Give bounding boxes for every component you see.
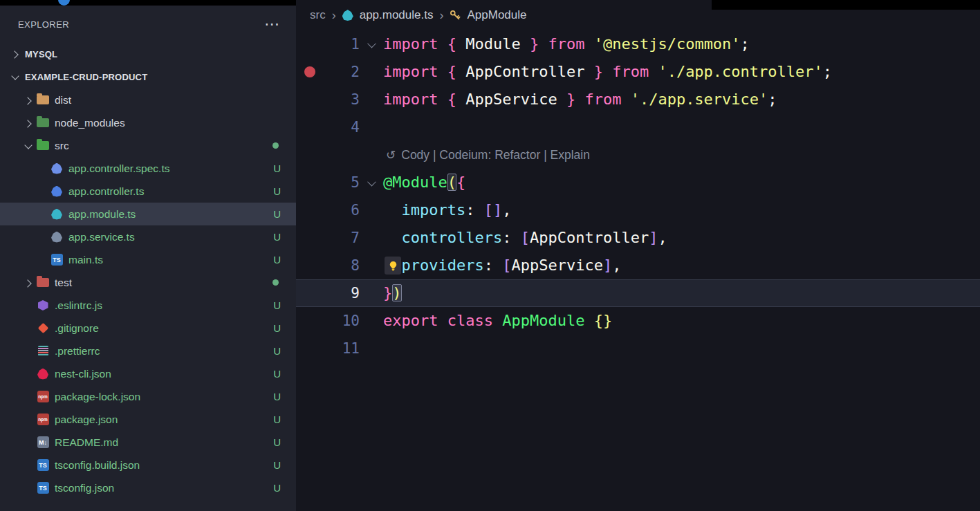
tree-item[interactable]: M↓README.mdU [0, 431, 296, 454]
git-status-badge: U [273, 391, 281, 402]
tree-item[interactable]: node_modules [0, 111, 296, 134]
titlebar-logo-fragment [58, 0, 70, 6]
tsconfig-icon: TS [37, 482, 49, 494]
breadcrumb-file[interactable]: app.module.ts [360, 8, 434, 22]
tree-item[interactable]: app.service.tsU [0, 225, 296, 248]
nest-module-icon [342, 10, 353, 21]
eslint-icon [38, 300, 48, 310]
tree-item[interactable]: .eslintrc.jsU [0, 294, 296, 317]
markdown-icon: M↓ [37, 436, 49, 448]
tree-item-label: .eslintrc.js [55, 299, 102, 312]
chevron-right-icon [23, 118, 33, 128]
folder-node-modules-icon [37, 118, 49, 127]
codelens-text[interactable]: Cody | Codeium: Refactor | Explain [401, 148, 590, 162]
tree-item[interactable]: src [0, 134, 296, 157]
line-number: 11 [324, 340, 360, 357]
tree-item[interactable]: TStsconfig.jsonU [0, 476, 296, 499]
tsconfig-icon: TS [37, 459, 49, 471]
code-text: controllers: [AppController], [383, 224, 980, 252]
prettier-icon [38, 346, 48, 356]
codelens[interactable]: ↺Cody | Codeium: Refactor | Explain [296, 141, 980, 169]
lightbulb-icon[interactable] [385, 257, 401, 275]
tree-item[interactable]: app.controller.spec.tsU [0, 157, 296, 180]
line-number: 7 [324, 230, 360, 246]
nest-controller-icon [51, 186, 62, 197]
tree-item-label: nest-cli.json [55, 368, 111, 380]
npm-icon: npm [37, 391, 49, 402]
git-icon [37, 323, 48, 334]
tree-item-label: app.service.ts [68, 231, 135, 243]
breadcrumb-folder[interactable]: src [310, 8, 326, 22]
nest-module-icon [342, 10, 353, 21]
symbol-module-icon [450, 10, 461, 21]
tree-item-label: .prettierrc [55, 345, 100, 357]
code-text: import { AppController } from './app.con… [383, 58, 980, 86]
code-line[interactable]: 9}) [296, 279, 980, 307]
tree-item-label: app.controller.ts [68, 185, 144, 198]
chevron-right-icon [10, 49, 21, 60]
tree-item[interactable]: TStsconfig.build.jsonU [0, 454, 296, 476]
breadcrumb-symbol[interactable]: AppModule [467, 8, 526, 22]
code-line[interactable]: 10export class AppModule {} [296, 307, 980, 335]
section-example-crud-product[interactable]: EXAMPLE-CRUD-PRODUCT [0, 66, 296, 89]
code-line[interactable]: 2import { AppController } from './app.co… [296, 58, 980, 86]
fold-gutter[interactable] [360, 41, 383, 48]
git-status-badge: U [273, 254, 281, 266]
tree-item[interactable]: npmpackage.jsonU [0, 408, 296, 431]
code-text: providers: [AppService], [383, 252, 980, 279]
tree-item[interactable]: .gitignoreU [0, 317, 296, 340]
tree-item[interactable]: TSmain.tsU [0, 248, 296, 271]
tree-item[interactable]: npmpackage-lock.jsonU [0, 385, 296, 408]
tree-item[interactable]: nest-cli.jsonU [0, 362, 296, 385]
tree-item-label: README.md [55, 436, 118, 449]
tree-item[interactable]: app.module.tsU [0, 203, 296, 225]
breadcrumb-separator-icon: › [439, 8, 443, 23]
tree-item[interactable]: app.controller.tsU [0, 180, 296, 203]
git-status-badge: U [273, 299, 281, 311]
code-line[interactable]: 3import { AppService } from './app.servi… [296, 86, 980, 113]
tree-item[interactable]: test [0, 271, 296, 294]
tree-item-label: tsconfig.json [55, 482, 114, 494]
more-actions-icon[interactable]: ⋯ [264, 21, 281, 28]
code-line[interactable]: 6 imports: [], [296, 196, 980, 224]
code-line[interactable]: 8 providers: [AppService], [296, 252, 980, 279]
tree-item[interactable]: dist [0, 89, 296, 111]
typescript-icon: TS [51, 254, 63, 266]
code-text: imports: [], [383, 196, 980, 224]
fold-chevron-icon[interactable] [367, 177, 376, 186]
fold-gutter[interactable] [360, 180, 383, 186]
breakpoint-gutter[interactable] [296, 66, 324, 77]
git-status-badge: U [273, 436, 281, 448]
code-text: }) [383, 279, 980, 307]
fold-chevron-icon[interactable] [367, 39, 376, 48]
line-number: 10 [324, 313, 360, 329]
code-text: import { Module } from '@nestjs/common'; [383, 30, 980, 58]
git-status-badge: U [273, 482, 281, 494]
code-line[interactable]: 1import { Module } from '@nestjs/common'… [296, 30, 980, 58]
code-line[interactable]: 5@Module({ [296, 169, 980, 196]
line-number: 6 [324, 202, 360, 219]
codelens-refresh-icon[interactable]: ↺ [386, 148, 396, 162]
section-label: MYSQL [25, 49, 57, 59]
line-number: 5 [324, 174, 360, 191]
tree-item-label: package-lock.json [55, 391, 140, 403]
git-status-badge: U [273, 368, 281, 380]
tree-item[interactable]: .prettierrcU [0, 340, 296, 362]
git-status-badge: U [273, 162, 281, 174]
section-mysql[interactable]: MYSQL [0, 43, 296, 66]
folder-src-icon [37, 141, 49, 150]
folder-dist-icon [37, 95, 49, 104]
nest-spec-icon [51, 163, 62, 174]
file-tree: distnode_modulessrcapp.controller.spec.t… [0, 89, 296, 499]
npm-icon: npm [37, 414, 49, 425]
code-line[interactable]: 11 [296, 335, 980, 362]
git-status-badge: U [273, 345, 281, 357]
line-number: 2 [324, 64, 360, 80]
git-status-badge: U [273, 208, 281, 220]
code-line[interactable]: 7 controllers: [AppController], [296, 224, 980, 252]
code-line[interactable]: 4 [296, 113, 980, 141]
breadcrumb-separator-icon: › [332, 8, 336, 23]
nest-service-icon [51, 232, 62, 243]
breakpoint-icon[interactable] [304, 66, 315, 77]
explorer-header: EXPLORER ⋯ [0, 6, 296, 43]
